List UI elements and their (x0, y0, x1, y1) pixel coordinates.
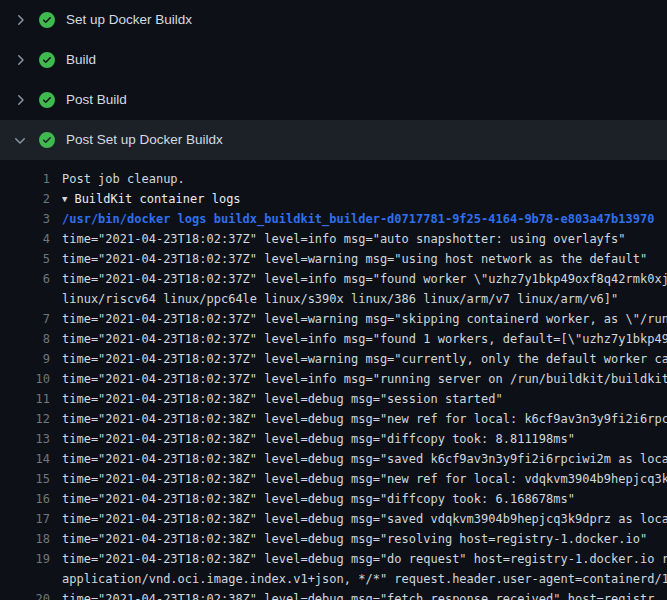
log-line-text: linux/riscv64 linux/ppc64le linux/s390x … (62, 289, 667, 309)
log-text: time="2021-04-23T18:02:38Z" level=debug … (62, 592, 654, 600)
log-text: time="2021-04-23T18:02:37Z" level=warnin… (62, 352, 667, 366)
log-text: time="2021-04-23T18:02:37Z" level=info m… (62, 372, 667, 386)
line-number[interactable]: 12 (0, 409, 62, 429)
line-number[interactable]: 13 (0, 429, 62, 449)
log-text: time="2021-04-23T18:02:37Z" level=info m… (62, 332, 667, 346)
log-line: 8 time="2021-04-23T18:02:37Z" level=info… (0, 329, 667, 349)
line-number[interactable]: 5 (0, 249, 62, 269)
line-number[interactable]: 1 (0, 169, 62, 189)
log-line-text: time="2021-04-23T18:02:38Z" level=debug … (62, 449, 667, 469)
check-circle-icon (39, 92, 55, 108)
log-line: 10 time="2021-04-23T18:02:37Z" level=inf… (0, 369, 667, 389)
log-line-text: time="2021-04-23T18:02:38Z" level=debug … (62, 529, 667, 549)
log-text: time="2021-04-23T18:02:38Z" level=debug … (62, 512, 667, 526)
log-line: 9 time="2021-04-23T18:02:37Z" level=warn… (0, 349, 667, 369)
line-number[interactable]: 14 (0, 449, 62, 469)
log-line-text: Post job cleanup. (62, 169, 667, 189)
log-line-text: time="2021-04-23T18:02:38Z" level=debug … (62, 469, 667, 489)
log-text: time="2021-04-23T18:02:38Z" level=debug … (62, 532, 647, 546)
log-line-text: /usr/bin/docker logs buildx_buildkit_bui… (62, 209, 667, 229)
log-line: 11 time="2021-04-23T18:02:38Z" level=deb… (0, 389, 667, 409)
log-text: time="2021-04-23T18:02:38Z" level=debug … (62, 392, 503, 406)
line-number[interactable]: 4 (0, 229, 62, 249)
line-number[interactable]: 17 (0, 509, 62, 529)
chevron-right-icon (12, 12, 28, 28)
line-number[interactable]: 20 (0, 589, 62, 600)
log-text: time="2021-04-23T18:02:37Z" level=info m… (62, 272, 667, 286)
log-line-text: time="2021-04-23T18:02:38Z" level=debug … (62, 549, 667, 569)
line-number[interactable]: 16 (0, 489, 62, 509)
check-circle-icon (39, 52, 55, 68)
log-line: 6 time="2021-04-23T18:02:37Z" level=info… (0, 269, 667, 289)
log-text: BuildKit container logs (74, 192, 240, 206)
log-line: 13 time="2021-04-23T18:02:38Z" level=deb… (0, 429, 667, 449)
step-label: Build (66, 53, 96, 67)
line-number[interactable]: 7 (0, 309, 62, 329)
line-number[interactable]: 10 (0, 369, 62, 389)
line-number[interactable]: 11 (0, 389, 62, 409)
log-line: 5 time="2021-04-23T18:02:37Z" level=warn… (0, 249, 667, 269)
log-line-text: time="2021-04-23T18:02:37Z" level=info m… (62, 369, 667, 389)
line-number[interactable]: 19 (0, 549, 62, 569)
log-line: 3 /usr/bin/docker logs buildx_buildkit_b… (0, 209, 667, 229)
log-line-text: time="2021-04-23T18:02:38Z" level=debug … (62, 489, 667, 509)
log-line-text: time="2021-04-23T18:02:37Z" level=info m… (62, 229, 667, 249)
step-label: Set up Docker Buildx (66, 13, 192, 27)
chevron-right-icon (12, 52, 28, 68)
steps-list: Set up Docker Buildx Build Post Build Po… (0, 0, 667, 160)
log-line-text: time="2021-04-23T18:02:37Z" level=info m… (62, 329, 667, 349)
log-line: 7 time="2021-04-23T18:02:37Z" level=warn… (0, 309, 667, 329)
line-number[interactable]: 2 (0, 189, 62, 209)
log-text: time="2021-04-23T18:02:37Z" level=warnin… (62, 312, 667, 326)
log-text: Post job cleanup. (62, 172, 185, 186)
log-line-text: time="2021-04-23T18:02:38Z" level=debug … (62, 509, 667, 529)
log-line: 2 ▼BuildKit container logs (0, 189, 667, 209)
line-number[interactable]: 3 (0, 209, 62, 229)
step-label: Post Set up Docker Buildx (66, 133, 223, 147)
line-number[interactable]: 15 (0, 469, 62, 489)
log-line-text: time="2021-04-23T18:02:37Z" level=warnin… (62, 309, 667, 329)
log-text: time="2021-04-23T18:02:38Z" level=debug … (62, 552, 667, 566)
log-line: 20 time="2021-04-23T18:02:38Z" level=deb… (0, 589, 667, 600)
log-text: time="2021-04-23T18:02:38Z" level=debug … (62, 492, 575, 506)
log-text: linux/riscv64 linux/ppc64le linux/s390x … (62, 292, 618, 306)
log-line: application/vnd.oci.image.index.v1+json,… (0, 569, 667, 589)
log-text: time="2021-04-23T18:02:37Z" level=warnin… (62, 252, 647, 266)
log-line: 1 Post job cleanup. (0, 169, 667, 189)
step-header-post-build[interactable]: Post Build (0, 80, 667, 120)
step-header-build[interactable]: Build (0, 40, 667, 80)
line-number[interactable]: 8 (0, 329, 62, 349)
log-text: time="2021-04-23T18:02:38Z" level=debug … (62, 472, 667, 486)
group-expanded-icon[interactable]: ▼ (62, 189, 67, 209)
chevron-down-icon (12, 132, 28, 148)
log-line-text: time="2021-04-23T18:02:37Z" level=warnin… (62, 249, 667, 269)
log-text: time="2021-04-23T18:02:38Z" level=debug … (62, 432, 575, 446)
log-line: linux/riscv64 linux/ppc64le linux/s390x … (0, 289, 667, 309)
line-number[interactable]: 18 (0, 529, 62, 549)
log-line: 17 time="2021-04-23T18:02:38Z" level=deb… (0, 509, 667, 529)
log-line-text: time="2021-04-23T18:02:38Z" level=debug … (62, 389, 667, 409)
log-line-text: time="2021-04-23T18:02:38Z" level=debug … (62, 409, 667, 429)
line-number[interactable]: 9 (0, 349, 62, 369)
log-text: time="2021-04-23T18:02:37Z" level=info m… (62, 232, 626, 246)
log-line-text: time="2021-04-23T18:02:38Z" level=debug … (62, 589, 667, 600)
log-line-text: time="2021-04-23T18:02:37Z" level=warnin… (62, 349, 667, 369)
log-line-text: time="2021-04-23T18:02:37Z" level=info m… (62, 269, 667, 289)
log-line: 15 time="2021-04-23T18:02:38Z" level=deb… (0, 469, 667, 489)
log-text: time="2021-04-23T18:02:38Z" level=debug … (62, 412, 667, 426)
log-line: 18 time="2021-04-23T18:02:38Z" level=deb… (0, 529, 667, 549)
log-text: /usr/bin/docker logs buildx_buildkit_bui… (62, 212, 654, 226)
log-line: 19 time="2021-04-23T18:02:38Z" level=deb… (0, 549, 667, 569)
log-output: 1 Post job cleanup. 2 ▼BuildKit containe… (0, 160, 667, 600)
chevron-right-icon (12, 92, 28, 108)
log-line-text: ▼BuildKit container logs (62, 189, 667, 209)
line-number[interactable]: 6 (0, 269, 62, 289)
log-line: 16 time="2021-04-23T18:02:38Z" level=deb… (0, 489, 667, 509)
log-text: application/vnd.oci.image.index.v1+json,… (62, 572, 667, 586)
line-number (0, 569, 62, 589)
log-line: 14 time="2021-04-23T18:02:38Z" level=deb… (0, 449, 667, 469)
line-number (0, 289, 62, 309)
step-header-post-set-up-docker-buildx[interactable]: Post Set up Docker Buildx (0, 120, 667, 160)
step-header-set-up-docker-buildx[interactable]: Set up Docker Buildx (0, 0, 667, 40)
step-label: Post Build (66, 93, 127, 107)
